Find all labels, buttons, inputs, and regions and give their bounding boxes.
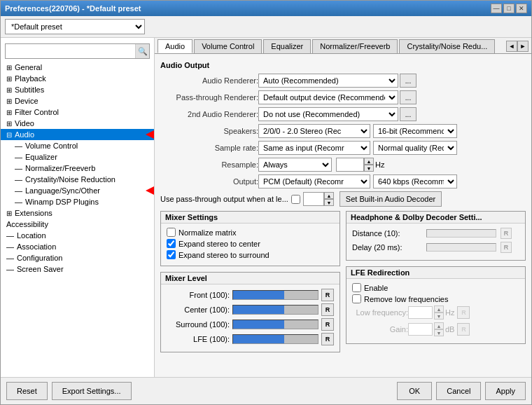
dash-screensaver: — xyxy=(6,265,14,273)
sidebar-item-subtitles[interactable]: ⊞ Subtitles xyxy=(1,84,154,95)
passthrough-spin: 1 ▲ ▼ xyxy=(303,192,334,206)
sidebar-item-general[interactable]: ⊞ General xyxy=(1,62,154,73)
distance-r-btn: R xyxy=(500,228,512,239)
passthrough-down[interactable]: ▼ xyxy=(324,199,334,206)
bottom-bar-left: Reset Export Settings... xyxy=(6,382,132,400)
apply-button[interactable]: Apply xyxy=(485,382,526,400)
resample-hz-up[interactable]: ▲ xyxy=(364,158,374,165)
delay-slider xyxy=(426,243,496,252)
resample-hz-input[interactable]: 48000 xyxy=(336,158,364,172)
output-combo[interactable]: PCM (Default) (Recomr xyxy=(258,174,370,188)
sidebar-item-screensaver[interactable]: — Screen Saver xyxy=(1,263,154,275)
bitrate-combo[interactable]: 640 kbps (Recomme xyxy=(373,174,457,188)
speakers-combo[interactable]: 2/0/0 - 2.0 Stereo (Rec xyxy=(258,124,370,138)
tab-normalizer[interactable]: Normalizer/Freeverb xyxy=(312,39,398,53)
lfe-reset-btn[interactable]: R xyxy=(321,333,334,345)
center-reset-btn[interactable]: R xyxy=(321,303,334,316)
second-audio-renderer-combo[interactable]: Do not use (Recommended) xyxy=(258,107,398,121)
gain-up[interactable]: ▲ xyxy=(434,322,444,329)
audio-renderer-btn[interactable]: ... xyxy=(400,74,416,88)
front-reset-btn[interactable]: R xyxy=(321,289,334,301)
resample-hz-spin: 48000 ▲ ▼ xyxy=(336,158,374,172)
passthrough-up[interactable]: ▲ xyxy=(324,192,334,199)
search-input[interactable] xyxy=(6,44,135,58)
sidebar-item-configuration[interactable]: — Configuration xyxy=(1,252,154,263)
gain-input[interactable]: -2 xyxy=(408,323,433,336)
sidebar-item-crystality[interactable]: — Crystality/Noise Reduction xyxy=(1,174,154,185)
sidebar-item-language[interactable]: — Language/Sync/Other xyxy=(1,185,154,196)
sidebar-item-equalizer[interactable]: — Equalizer xyxy=(1,151,154,163)
remove-low-checkbox[interactable] xyxy=(352,294,361,303)
front-slider[interactable] xyxy=(232,290,318,300)
sidebar-item-audio[interactable]: ⊟ Audio xyxy=(1,129,154,140)
sidebar-item-winamp[interactable]: — Winamp DSP Plugins xyxy=(1,196,154,207)
headphone-box: Headphone & Dolby Decoder Setti... Dista… xyxy=(346,211,526,261)
sidebar-item-video[interactable]: ⊞ Video xyxy=(1,118,154,129)
minimize-button[interactable]: — xyxy=(491,4,502,13)
search-button[interactable]: 🔍 xyxy=(135,44,149,58)
reset-button[interactable]: Reset xyxy=(6,382,48,400)
close-button[interactable]: ✕ xyxy=(516,4,527,13)
tab-equalizer[interactable]: Equalizer xyxy=(263,39,311,53)
bitdepth-combo[interactable]: 16-bit (Recommenc xyxy=(373,124,457,138)
second-audio-renderer-row: 2nd Audio Renderer: Do not use (Recommen… xyxy=(160,107,526,121)
sidebar-item-filter-control[interactable]: ⊞ Filter Control xyxy=(1,107,154,118)
sidebar-item-device[interactable]: ⊞ Device xyxy=(1,95,154,107)
tab-next-button[interactable]: ► xyxy=(517,41,528,52)
passthrough-row: Use pass-through output when at le... 1 … xyxy=(160,191,526,207)
low-freq-r-btn[interactable]: R xyxy=(457,306,470,319)
lfe-slider[interactable] xyxy=(232,334,318,344)
tab-crystality[interactable]: Crystality/Noise Redu... xyxy=(399,39,495,53)
preset-dropdown[interactable]: *Default preset xyxy=(5,19,145,34)
sidebar-item-normalizer[interactable]: — Normalizer/Freeverb xyxy=(1,163,154,174)
audio-output-section: Audio Output Audio Renderer: Auto (Recom… xyxy=(160,61,526,207)
sidebar-item-location[interactable]: — Location xyxy=(1,230,154,241)
resample-hz-down[interactable]: ▼ xyxy=(364,165,374,172)
resample-combo[interactable]: Always xyxy=(258,158,332,172)
sidebar-item-playback[interactable]: ⊞ Playback xyxy=(1,73,154,84)
center-slider-fill xyxy=(233,306,284,314)
expand-stereo-surround-checkbox[interactable] xyxy=(167,250,176,259)
tab-nav: ◄ ► xyxy=(506,39,528,53)
surround-reset-btn[interactable]: R xyxy=(321,318,334,331)
lfe-redirection-box: LFE Redirection Enable Remove low freque… xyxy=(346,266,526,344)
surround-slider[interactable] xyxy=(232,320,318,329)
passthrough-renderer-combo[interactable]: Default output device (Recommended) xyxy=(258,90,398,104)
passthrough-checkbox[interactable] xyxy=(291,195,300,204)
passthrough-value-input[interactable]: 1 xyxy=(303,192,324,206)
sidebar-item-association[interactable]: — Association xyxy=(1,241,154,252)
sample-rate-combo[interactable]: Same as input (Recomr xyxy=(258,141,370,155)
delay-label: Delay (20 ms): xyxy=(352,243,422,252)
tab-prev-button[interactable]: ◄ xyxy=(506,41,517,52)
cancel-button[interactable]: Cancel xyxy=(436,382,481,400)
tab-audio[interactable]: Audio xyxy=(158,39,192,53)
audio-renderer-combo[interactable]: Auto (Recommended) xyxy=(258,74,398,88)
sidebar-label-subtitles: Subtitles xyxy=(15,85,44,94)
ok-button[interactable]: OK xyxy=(397,382,432,400)
quality-combo[interactable]: Normal quality (Rec xyxy=(373,141,457,155)
center-slider[interactable] xyxy=(232,305,318,315)
set-builtin-btn[interactable]: Set Built-in Audio Decoder xyxy=(340,191,442,207)
sidebar-label-location: Location xyxy=(17,231,46,240)
low-freq-down[interactable]: ▼ xyxy=(434,313,444,320)
sidebar-item-volume-control[interactable]: — Volume Control xyxy=(1,140,154,151)
tab-volume-control[interactable]: Volume Control xyxy=(194,39,262,53)
sidebar-item-extensions[interactable]: ⊞ Extensions xyxy=(1,207,154,219)
sidebar-item-accessibility[interactable]: Accessibility xyxy=(1,219,154,230)
passthrough-renderer-btn[interactable]: ... xyxy=(400,90,416,104)
low-freq-up[interactable]: ▲ xyxy=(434,306,444,313)
sidebar-label-video: Video xyxy=(15,119,34,128)
expand-stereo-center-checkbox[interactable] xyxy=(167,239,176,248)
gain-down[interactable]: ▼ xyxy=(434,329,444,336)
low-freq-input[interactable]: 180 xyxy=(408,306,433,319)
maximize-button[interactable]: □ xyxy=(503,4,514,13)
second-audio-renderer-btn[interactable]: ... xyxy=(400,107,416,121)
bottom-bar-right: OK Cancel Apply xyxy=(397,382,526,400)
normalize-matrix-checkbox[interactable] xyxy=(167,228,176,237)
mixer-settings-box: Mixer Settings Normalize matrix Expand s… xyxy=(160,211,340,266)
lfe-enable-checkbox[interactable] xyxy=(352,283,361,292)
headphone-content: Distance (10): R Delay (20 ms): R xyxy=(346,224,525,260)
sidebar-label-equalizer: Equalizer xyxy=(25,153,57,161)
export-settings-button[interactable]: Export Settings... xyxy=(52,382,132,400)
gain-r-btn[interactable]: R xyxy=(457,323,470,336)
